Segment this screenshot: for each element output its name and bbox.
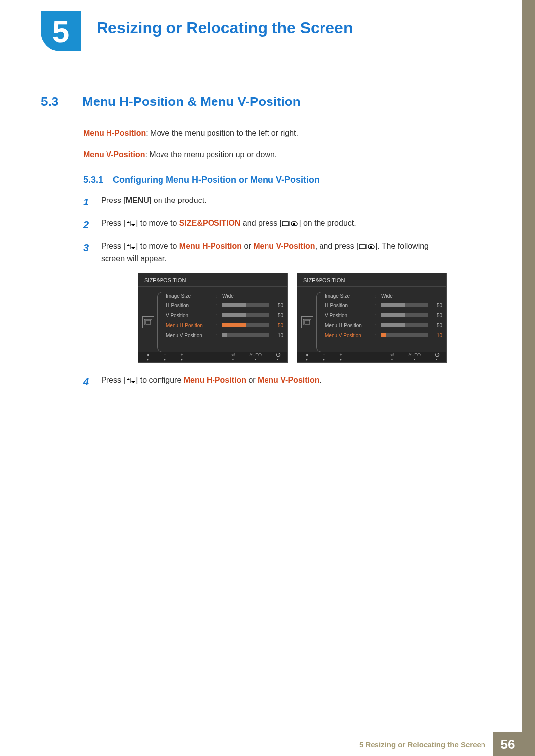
chapter-number-tab: 5 bbox=[41, 11, 81, 51]
svg-marker-7 bbox=[126, 244, 130, 246]
section-heading: 5.3 Menu H-Position & Menu V-Position bbox=[41, 94, 447, 109]
svg-marker-8 bbox=[131, 247, 135, 249]
osd-item-menu-v-position: Menu V-Position: 10 bbox=[166, 330, 283, 340]
side-accent-bar bbox=[522, 0, 535, 756]
osd-item-menu-h-position: Menu H-Position: 50 bbox=[166, 320, 283, 330]
term-menu-v-position: Menu V-Position bbox=[83, 151, 145, 159]
size-position-icon bbox=[142, 316, 154, 328]
osd-bracket bbox=[316, 292, 323, 352]
subsection-heading: 5.3.1 Configuring Menu H-Position or Men… bbox=[83, 175, 447, 185]
svg-marker-18 bbox=[126, 378, 130, 380]
osd-panel-menu-v: SIZE&POSITION Image Size:Wide H-Position… bbox=[297, 273, 447, 363]
osd-item-image-size: Image Size:Wide bbox=[166, 291, 283, 301]
section-title: Menu H-Position & Menu V-Position bbox=[82, 94, 301, 109]
svg-marker-19 bbox=[131, 381, 135, 383]
svg-rect-13 bbox=[370, 246, 372, 248]
chapter-number: 5 bbox=[53, 14, 69, 49]
osd-item-v-position: V-Position: 50 bbox=[325, 310, 442, 320]
step-3: 3 Press [] to move to Menu H-Position or… bbox=[83, 240, 447, 265]
description-v-position: Menu V-Position: Move the menu position … bbox=[83, 149, 447, 161]
osd-item-list: Image Size:Wide H-Position: 50 V-Positio… bbox=[166, 290, 283, 354]
page-number: 56 bbox=[493, 732, 522, 756]
slider-bar bbox=[381, 303, 428, 307]
step-body: Press [] to configure Menu H-Position or… bbox=[101, 374, 447, 390]
term-menu-h-position: Menu H-Position bbox=[83, 129, 146, 137]
nav-minus-icon: −▾ bbox=[164, 353, 166, 362]
osd-screenshots: SIZE&POSITION Image Size:Wide H-Position… bbox=[138, 273, 447, 363]
nav-minus-icon: −▾ bbox=[323, 353, 325, 362]
nav-power-icon: ⏻▪ bbox=[276, 353, 280, 362]
step-number: 2 bbox=[83, 217, 92, 233]
nav-left-icon: ◄▾ bbox=[304, 353, 309, 362]
steps-list: 1 Press [MENU] on the product. 2 Press [… bbox=[83, 194, 447, 390]
step-body: Press [MENU] on the product. bbox=[101, 194, 447, 210]
step-number: 3 bbox=[83, 240, 92, 265]
step-2: 2 Press [] to move to SIZE&POSITION and … bbox=[83, 217, 447, 233]
page-content: 5.3 Menu H-Position & Menu V-Position Me… bbox=[41, 94, 447, 397]
nav-enter-icon: ⏎▪ bbox=[390, 353, 394, 362]
size-position-label: SIZE&POSITION bbox=[179, 219, 241, 227]
up-down-icon bbox=[126, 221, 136, 227]
size-position-icon bbox=[301, 316, 313, 328]
svg-rect-17 bbox=[305, 320, 310, 324]
footer-chapter-label: 5 Resizing or Relocating the Screen bbox=[359, 740, 493, 749]
svg-rect-15 bbox=[146, 320, 151, 324]
nav-plus-icon: +▾ bbox=[339, 353, 342, 362]
step-number: 4 bbox=[83, 374, 92, 390]
osd-item-image-size: Image Size:Wide bbox=[325, 291, 442, 301]
menu-button-label: MENU bbox=[126, 196, 149, 204]
step-4: 4 Press [] to configure Menu H-Position … bbox=[83, 374, 447, 390]
up-down-icon bbox=[126, 244, 136, 250]
step-body: Press [] to move to SIZE&POSITION and pr… bbox=[101, 217, 447, 233]
slider-bar bbox=[381, 313, 428, 317]
step-number: 1 bbox=[83, 194, 92, 210]
osd-bracket bbox=[157, 292, 164, 352]
osd-title: SIZE&POSITION bbox=[138, 273, 287, 287]
up-down-icon bbox=[126, 378, 136, 384]
osd-item-h-position: H-Position: 50 bbox=[166, 301, 283, 310]
slider-bar bbox=[222, 303, 269, 307]
osd-item-menu-h-position: Menu H-Position: 50 bbox=[325, 320, 442, 330]
nav-auto-label: AUTO▪ bbox=[408, 353, 421, 362]
section-number: 5.3 bbox=[41, 94, 68, 109]
slider-bar bbox=[222, 313, 269, 317]
osd-panel-menu-h: SIZE&POSITION Image Size:Wide H-Position… bbox=[138, 273, 288, 363]
svg-rect-10 bbox=[359, 245, 365, 249]
osd-footer-nav: ◄▾ −▾ +▾ ⏎▪ AUTO▪ ⏻▪ bbox=[138, 352, 287, 362]
nav-plus-icon: +▾ bbox=[180, 353, 183, 362]
svg-marker-1 bbox=[131, 224, 135, 226]
step-1: 1 Press [MENU] on the product. bbox=[83, 194, 447, 210]
svg-marker-0 bbox=[126, 221, 130, 223]
source-enter-icon bbox=[359, 243, 375, 250]
osd-item-v-position: V-Position: 50 bbox=[166, 310, 283, 320]
description-h-position: Menu H-Position: Move the menu position … bbox=[83, 127, 447, 139]
nav-power-icon: ⏻▪ bbox=[435, 353, 439, 362]
source-enter-icon bbox=[282, 220, 299, 227]
slider-bar bbox=[222, 333, 269, 337]
nav-enter-icon: ⏎▪ bbox=[231, 353, 235, 362]
nav-auto-label: AUTO▪ bbox=[249, 353, 262, 362]
osd-item-menu-v-position: Menu V-Position: 10 bbox=[325, 330, 442, 340]
osd-footer-nav: ◄▾ −▾ +▾ ⏎▪ AUTO▪ ⏻▪ bbox=[297, 352, 446, 362]
slider-bar bbox=[222, 323, 269, 327]
svg-rect-3 bbox=[282, 222, 288, 226]
chapter-title: Resizing or Relocating the Screen bbox=[97, 19, 353, 37]
step-body: Press [] to move to Menu H-Position or M… bbox=[101, 240, 447, 265]
osd-item-list: Image Size:Wide H-Position: 50 V-Positio… bbox=[325, 290, 442, 354]
subsection-title: Configuring Menu H-Position or Menu V-Po… bbox=[113, 175, 320, 185]
osd-item-h-position: H-Position: 50 bbox=[325, 301, 442, 310]
slider-bar bbox=[381, 323, 428, 327]
page-footer: 5 Resizing or Relocating the Screen 56 bbox=[359, 732, 522, 756]
slider-bar bbox=[381, 333, 428, 337]
osd-title: SIZE&POSITION bbox=[297, 273, 446, 287]
subsection-number: 5.3.1 bbox=[83, 175, 103, 185]
nav-left-icon: ◄▾ bbox=[145, 353, 150, 362]
svg-rect-6 bbox=[293, 223, 295, 225]
